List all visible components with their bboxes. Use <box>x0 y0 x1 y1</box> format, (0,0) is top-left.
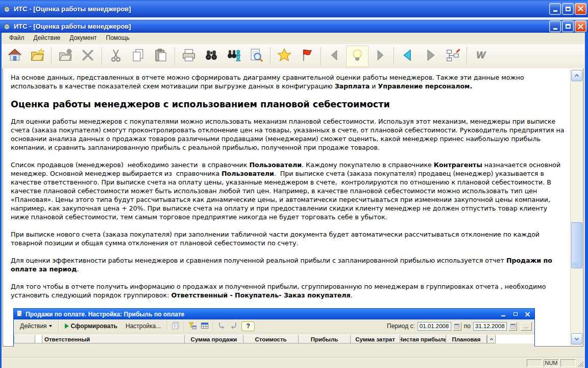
bookmark-flag-button[interactable] <box>296 45 318 67</box>
resize-grip[interactable] <box>577 360 584 367</box>
paste-button[interactable] <box>150 45 172 67</box>
report-minimize-button[interactable] <box>499 311 507 318</box>
column-header-1[interactable]: Ответственный <box>42 335 185 343</box>
word-export-button[interactable]: W <box>470 45 492 67</box>
play-icon <box>65 324 69 329</box>
minimize-button[interactable] <box>549 20 561 32</box>
column-header-6[interactable]: Чистая прибыль <box>400 335 446 343</box>
menu-item-file[interactable]: Файл <box>5 33 29 42</box>
toolbar-separator <box>58 321 59 331</box>
maximize-button[interactable] <box>562 3 574 15</box>
report-toolbar: Действия Сформировать Настройка... ? Пер… <box>14 319 534 333</box>
scrollbar-thumb[interactable] <box>571 222 582 268</box>
scroll-up-button[interactable] <box>571 70 582 81</box>
calendar-button[interactable] <box>508 322 517 331</box>
copy-button[interactable] <box>127 45 150 67</box>
redo-button[interactable] <box>228 321 239 331</box>
document-paragraph: На основе данных, представленных в отчет… <box>11 73 565 90</box>
find-button[interactable] <box>200 45 223 67</box>
next-match-icon <box>372 48 387 65</box>
next-match-button[interactable] <box>369 45 391 67</box>
toolbar-separator <box>175 47 175 65</box>
toolbar-separator <box>51 47 52 65</box>
find-in-metadata-button[interactable] <box>223 45 245 67</box>
calendar-icon <box>454 323 460 329</box>
menu-bar: ФайлДействиеДокументПомощь <box>2 33 585 43</box>
period-from-input[interactable] <box>418 322 451 331</box>
maximize-button[interactable] <box>562 20 574 32</box>
report-title-bar[interactable]: Продажи по оплате. Настройка: Прибыль по… <box>14 309 534 319</box>
window-border-left <box>0 33 2 368</box>
period-from-label: Период с: <box>387 323 415 330</box>
column-header-4[interactable]: Прибыль <box>299 335 351 343</box>
num-lock-indicator: NUM <box>544 359 559 367</box>
close-button[interactable] <box>575 3 586 15</box>
cut-button[interactable] <box>105 45 127 67</box>
document-heading: Оценка работы менеджеров с использование… <box>11 99 565 110</box>
calendar-button[interactable] <box>453 322 461 331</box>
find-in-metadata-icon <box>226 48 241 65</box>
contents-tree-button[interactable] <box>442 45 464 67</box>
column-header-blank[interactable] <box>14 335 35 343</box>
report-maximize-button[interactable] <box>511 311 519 318</box>
open-report-button[interactable] <box>170 321 181 331</box>
help-button[interactable]: ? <box>241 321 255 331</box>
period-to-input[interactable] <box>473 322 507 331</box>
toolbar-separator <box>467 47 467 65</box>
filter-icon <box>188 321 197 332</box>
open-folder-icon <box>30 48 45 65</box>
favorites-button[interactable] <box>273 45 296 67</box>
document-paragraph: При выписке нового счета (заказа покупат… <box>11 230 565 247</box>
previous-match-button[interactable] <box>324 45 346 67</box>
forward-button[interactable] <box>419 45 442 67</box>
table-settings-icon <box>200 321 209 332</box>
filter-button[interactable] <box>187 321 198 331</box>
column-header-2[interactable]: Сумма продажи <box>185 335 243 343</box>
bookmark-flag-icon <box>299 48 314 65</box>
cut-icon <box>108 48 124 65</box>
print-button[interactable] <box>178 45 200 67</box>
table-scroll-up-button[interactable] <box>487 335 496 343</box>
home-button[interactable] <box>4 45 26 67</box>
home-icon <box>7 48 22 65</box>
dropdown-arrow-icon <box>49 325 52 327</box>
minimize-button[interactable] <box>549 3 561 15</box>
highlight-button[interactable] <box>346 45 369 67</box>
back-button[interactable] <box>397 45 419 67</box>
close-button[interactable] <box>575 20 586 32</box>
column-header-7[interactable]: Плановая <box>446 335 487 343</box>
document-area: На основе данных, представленных в отчет… <box>3 68 583 347</box>
menu-item-action[interactable]: Действие <box>29 33 65 42</box>
new-document-button[interactable] <box>54 45 77 67</box>
open-folder-button[interactable] <box>26 45 48 67</box>
toolbar-separator <box>167 321 167 331</box>
menu-item-document[interactable]: Документ <box>65 33 101 42</box>
vertical-scrollbar[interactable] <box>570 69 582 346</box>
actions-button[interactable]: Действия <box>16 321 56 331</box>
generate-label: Сформировать <box>71 323 117 330</box>
outer-title-bar[interactable]: ИТС - [Оценка работы менеджеров] <box>0 0 588 17</box>
generate-button[interactable]: Сформировать <box>61 321 121 331</box>
delete-button[interactable] <box>77 45 99 67</box>
menu-item-help[interactable]: Помощь <box>102 33 134 42</box>
preview-button[interactable] <box>245 45 267 67</box>
report-close-button[interactable] <box>524 311 531 318</box>
scroll-down-button[interactable] <box>571 333 582 344</box>
document-paragraph: Список продавцов (менеджеров) необходимо… <box>11 160 565 221</box>
document-paragraph: Для того чтобы в отчете получить информа… <box>11 282 565 300</box>
column-header-3[interactable]: Стоимость <box>243 335 299 343</box>
close-icon <box>525 312 530 316</box>
status-panel <box>527 359 542 367</box>
inner-title-bar[interactable]: ИТС - [Оценка работы менеджеров] <box>0 20 588 33</box>
new-document-icon <box>58 48 73 65</box>
chevron-up-icon <box>574 73 580 79</box>
period-more-button[interactable]: ... <box>521 322 532 331</box>
settings-button[interactable]: Настройка... <box>122 321 164 331</box>
toolbar-separator <box>321 47 321 65</box>
find-icon <box>204 48 219 65</box>
table-settings-button[interactable] <box>199 321 210 331</box>
undo-button[interactable] <box>216 321 227 331</box>
column-header-5[interactable]: Сумма затрат <box>351 335 400 343</box>
column-header-blank[interactable] <box>35 335 42 343</box>
toolbar-separator <box>213 321 213 331</box>
